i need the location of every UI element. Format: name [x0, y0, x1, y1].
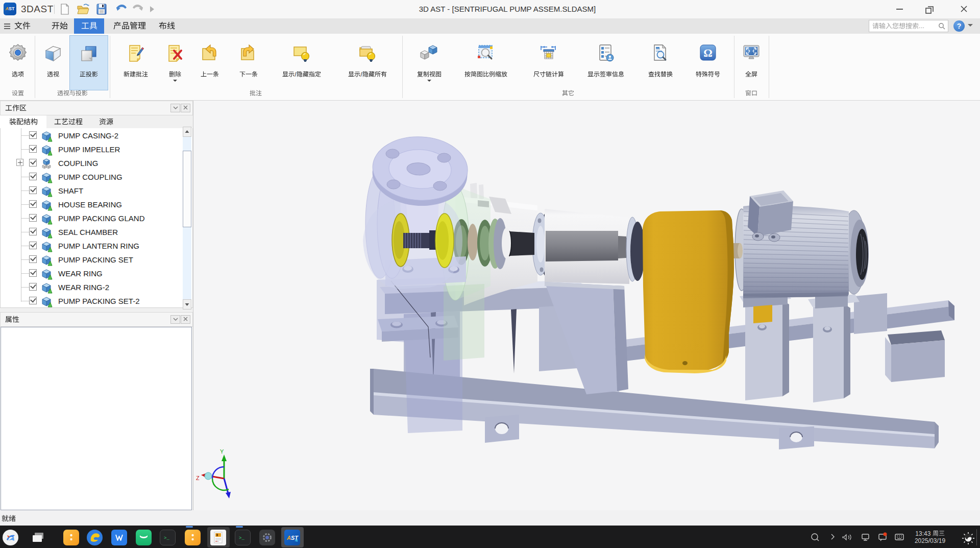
- svg-text:Ω: Ω: [703, 46, 713, 59]
- svg-text:Y: Y: [220, 448, 224, 455]
- svg-text:>_: >_: [239, 536, 244, 541]
- svg-text:Z: Z: [196, 475, 200, 481]
- svg-text:>_: >_: [164, 536, 169, 541]
